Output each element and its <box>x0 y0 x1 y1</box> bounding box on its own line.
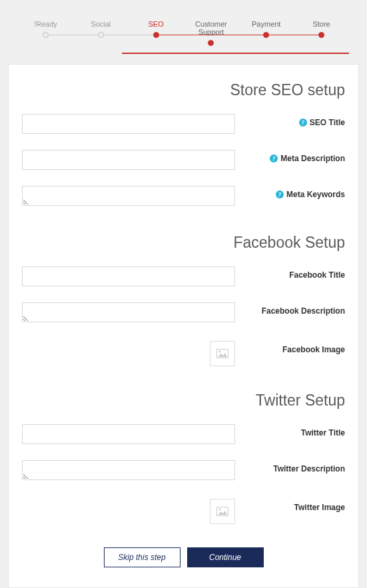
field-label-text: Meta Keywords <box>286 190 345 199</box>
field-label-text: Facebook Title <box>289 270 345 280</box>
field-facebook-title: Facebook Title <box>22 266 345 286</box>
help-icon[interactable]: ? <box>299 119 307 127</box>
image-icon <box>216 349 228 358</box>
field-twitter-title: Twitter Title <box>22 424 345 444</box>
step-label: SEO <box>148 20 163 28</box>
twitter-image-upload[interactable] <box>210 499 235 524</box>
section-title-twitter: Twitter Setup <box>22 392 345 410</box>
step-label: Social <box>91 20 111 28</box>
section-title-seo: Store SEO setup <box>22 81 345 99</box>
stepper-underline <box>122 53 349 54</box>
step-dot-icon <box>98 32 104 38</box>
twitter-description-input[interactable] <box>22 460 235 480</box>
step-dot-icon <box>153 32 159 38</box>
field-seo-title: ? SEO Title <box>22 114 345 134</box>
step-store[interactable]: Store <box>294 20 349 46</box>
help-icon[interactable]: ? <box>276 190 284 198</box>
seo-title-input[interactable] <box>22 114 235 134</box>
field-label-text: Facebook Description <box>262 306 345 316</box>
field-meta-keywords: ? Meta Keywords <box>22 186 345 208</box>
field-facebook-description: Facebook Description <box>22 302 345 325</box>
skip-button[interactable]: Skip this step <box>104 547 181 567</box>
continue-button[interactable]: Continue <box>187 547 264 567</box>
facebook-title-input[interactable] <box>22 266 235 286</box>
step-social[interactable]: Social <box>73 20 129 46</box>
step-label: Store <box>312 20 330 28</box>
step-label: Payment <box>252 20 280 28</box>
button-row: Skip this step Continue <box>22 547 345 567</box>
field-label-text: SEO Title <box>310 118 345 127</box>
image-icon <box>216 507 228 516</box>
facebook-image-upload[interactable] <box>210 341 235 366</box>
field-twitter-image: Twitter Image <box>22 499 345 524</box>
step-label: !Ready <box>34 20 57 28</box>
wizard-stepper: !Ready Social SEO Customer Support Payme… <box>18 8 349 53</box>
help-icon[interactable]: ? <box>270 154 278 162</box>
step-ready[interactable]: !Ready <box>18 20 73 46</box>
field-facebook-image: Facebook Image <box>22 341 345 366</box>
step-dot-icon <box>43 32 49 38</box>
field-label-text: Twitter Image <box>294 503 345 512</box>
step-dot-icon <box>263 32 269 38</box>
twitter-title-input[interactable] <box>22 424 235 444</box>
step-label: Customer Support <box>183 20 238 36</box>
field-meta-description: ? Meta Description <box>22 150 345 170</box>
meta-keywords-input[interactable] <box>22 186 235 206</box>
form-card: Store SEO setup ? SEO Title ? Meta Descr… <box>8 64 359 588</box>
step-seo[interactable]: SEO <box>129 20 184 46</box>
field-label-text: Twitter Description <box>273 464 345 473</box>
svg-point-3 <box>219 508 221 510</box>
facebook-description-input[interactable] <box>22 302 235 322</box>
svg-point-1 <box>219 350 221 352</box>
meta-description-input[interactable] <box>22 150 235 170</box>
section-title-facebook: Facebook Setup <box>22 234 345 252</box>
step-dot-icon <box>208 40 214 46</box>
field-label-text: Twitter Title <box>301 428 345 438</box>
step-customer-support[interactable]: Customer Support <box>183 20 238 46</box>
field-twitter-description: Twitter Description <box>22 460 345 483</box>
field-label-text: Meta Description <box>280 154 345 163</box>
field-label-text: Facebook Image <box>282 345 345 354</box>
step-payment[interactable]: Payment <box>238 20 294 46</box>
step-dot-icon <box>318 32 324 38</box>
